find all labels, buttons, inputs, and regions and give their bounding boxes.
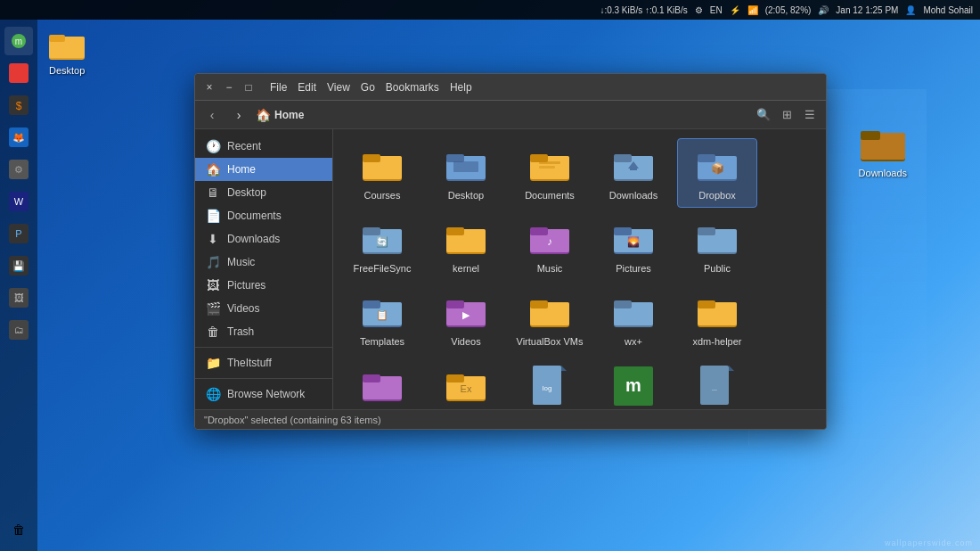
folder-icon-templates: 📋 — [361, 291, 404, 333]
desktop-folder-icon[interactable]: Desktop — [49, 27, 85, 76]
videos-icon: 🎬 — [206, 301, 220, 316]
file-label-dropbox: Dropbox — [698, 190, 736, 201]
taskbar-icon-1[interactable]: m — [4, 27, 33, 55]
sidebar-label-browse-network: Browse Network — [227, 388, 305, 400]
file-icon-mintlogo: m — [612, 365, 655, 407]
sidebar-label-music: Music — [227, 256, 255, 268]
taskbar-icon-10[interactable]: 🗂 — [4, 316, 33, 344]
svg-rect-75 — [614, 300, 632, 308]
minimize-button[interactable]: − — [222, 80, 236, 95]
file-label-courses: Courses — [364, 190, 401, 201]
file-item-documents[interactable]: Documents — [510, 138, 590, 208]
taskbar-icon-9[interactable]: 🖼 — [4, 284, 33, 312]
taskbar-icon-6[interactable]: W — [4, 187, 33, 216]
browse-network-icon: 🌐 — [206, 387, 220, 401]
left-taskbar: m $ 🦊 ⚙ W P 💾 🖼 🗂 🗑 — [0, 20, 37, 551]
sidebar-divider-1 — [195, 347, 332, 348]
fm-statusbar: "Dropbox" selected (containing 63 items) — [195, 409, 826, 429]
folder-icon-pictures: 🌄 — [612, 218, 655, 260]
taskbar-icon-5[interactable]: ⚙ — [4, 155, 33, 184]
fm-sidebar: 🕐 Recent 🏠 Home 🖥 Desktop 📄 Documents ⬇ … — [195, 129, 333, 409]
fm-titlebar: × − □ File Edit View Go Bookmarks Help — [195, 74, 826, 101]
desktop-downloads-folder[interactable]: Downloads — [859, 125, 907, 178]
file-label-wx: wx+ — [625, 336, 642, 348]
maximize-button[interactable]: □ — [241, 80, 256, 95]
menu-help[interactable]: Help — [450, 81, 472, 94]
file-item-videos[interactable]: ▶ Videos — [426, 284, 506, 354]
toolbar-right: 🔍 ⊞ ☰ — [755, 106, 819, 124]
svg-text:$: $ — [16, 100, 22, 112]
svg-text:🗂: 🗂 — [14, 325, 24, 335]
sidebar-item-downloads[interactable]: ⬇ Downloads — [195, 227, 332, 251]
display-icon: ⚙ — [695, 5, 703, 15]
folder-icon-courses — [361, 144, 404, 187]
file-item-dropbox[interactable]: 📦 Dropbox — [677, 138, 757, 208]
file-item-music[interactable]: ♪ Music — [510, 211, 590, 281]
file-item-examples[interactable]: Ex Examples — [426, 358, 506, 409]
svg-text:W: W — [14, 196, 24, 207]
svg-text:log: log — [543, 384, 552, 392]
svg-text:⚙: ⚙ — [14, 164, 23, 175]
sidebar-item-videos[interactable]: 🎬 Videos — [195, 297, 332, 320]
sidebar-label-downloads: Downloads — [227, 233, 280, 245]
file-item-courses[interactable]: Courses — [342, 138, 422, 208]
sidebar-item-documents[interactable]: 📄 Documents — [195, 204, 332, 227]
close-button[interactable]: × — [202, 80, 216, 95]
file-item-hserr[interactable]: log hs_err_pid1922.log — [510, 358, 590, 409]
menu-edit[interactable]: Edit — [298, 81, 316, 94]
list-view-button[interactable]: ☰ — [801, 106, 819, 124]
file-item-public[interactable]: Public — [677, 211, 757, 281]
file-item-kernel[interactable]: kernel — [426, 211, 506, 281]
file-item-zen[interactable]: zen — [342, 358, 422, 409]
taskbar-icon-7[interactable]: P — [4, 219, 33, 248]
sidebar-item-home[interactable]: 🏠 Home — [195, 158, 332, 181]
menu-go[interactable]: Go — [361, 81, 375, 94]
file-item-templates[interactable]: 📋 Templates — [342, 284, 422, 354]
sidebar-item-recent[interactable]: 🕐 Recent — [195, 135, 332, 158]
sidebar-label-videos: Videos — [227, 302, 259, 315]
folder-icon-public — [696, 218, 739, 260]
sidebar-item-music[interactable]: 🎵 Music — [195, 251, 332, 274]
svg-rect-61 — [698, 227, 715, 235]
sidebar-item-theItstuff[interactable]: 📁 TheItstuff — [195, 351, 332, 374]
taskbar-icon-8[interactable]: 💾 — [4, 251, 33, 280]
file-item-wx[interactable]: wx+ — [593, 284, 674, 354]
search-button[interactable]: 🔍 — [755, 106, 772, 124]
file-item-xdmhelper[interactable]: xdm-helper — [677, 284, 757, 354]
svg-rect-64 — [363, 300, 380, 308]
file-item-sandvpersonal[interactable]: ... sandvpersonal. — [677, 358, 757, 409]
svg-text:🔄: 🔄 — [376, 235, 388, 248]
file-item-desktop[interactable]: Desktop — [426, 138, 506, 208]
svg-rect-57 — [614, 227, 632, 235]
sidebar-item-pictures[interactable]: 🖼 Pictures — [195, 274, 332, 297]
folder-icon-zen — [361, 365, 404, 407]
status-text: "Dropbox" selected (containing 63 items) — [204, 415, 381, 425]
file-item-freefilesync[interactable]: 🔄 FreeFileSync — [342, 211, 422, 281]
menu-view[interactable]: View — [327, 81, 350, 94]
trash-icon: 🗑 — [206, 325, 220, 339]
svg-marker-91 — [729, 366, 734, 371]
downloads-icon: ⬇ — [206, 232, 220, 246]
sidebar-item-browse-network[interactable]: 🌐 Browse Network — [195, 382, 332, 406]
sidebar-item-desktop[interactable]: 🖥 Desktop — [195, 181, 332, 204]
taskbar-icon-4[interactable]: 🦊 — [4, 123, 33, 152]
theItstuff-icon: 📁 — [206, 356, 220, 370]
window-controls: × − □ — [202, 80, 256, 95]
grid-view-button[interactable]: ⊞ — [778, 106, 796, 124]
menu-file[interactable]: File — [270, 81, 287, 94]
svg-text:🖼: 🖼 — [14, 292, 24, 303]
svg-rect-95 — [861, 131, 880, 140]
folder-icon-xdmhelper — [696, 291, 739, 333]
svg-text:Ex: Ex — [461, 383, 472, 394]
file-item-virtualbox[interactable]: VirtualBox VMs — [510, 284, 590, 354]
file-item-mintlogo[interactable]: m mintlogo-color.svg — [593, 358, 674, 409]
taskbar-icon-trash[interactable]: 🗑 — [4, 515, 33, 544]
forward-button[interactable]: › — [229, 105, 249, 125]
taskbar-icon-3[interactable]: $ — [4, 91, 33, 119]
sidebar-item-trash[interactable]: 🗑 Trash — [195, 320, 332, 343]
file-item-pictures[interactable]: 🌄 Pictures — [593, 211, 674, 281]
taskbar-icon-2[interactable] — [4, 59, 33, 87]
file-item-downloads[interactable]: Downloads — [593, 138, 674, 208]
back-button[interactable]: ‹ — [202, 105, 222, 125]
menu-bookmarks[interactable]: Bookmarks — [386, 81, 439, 94]
